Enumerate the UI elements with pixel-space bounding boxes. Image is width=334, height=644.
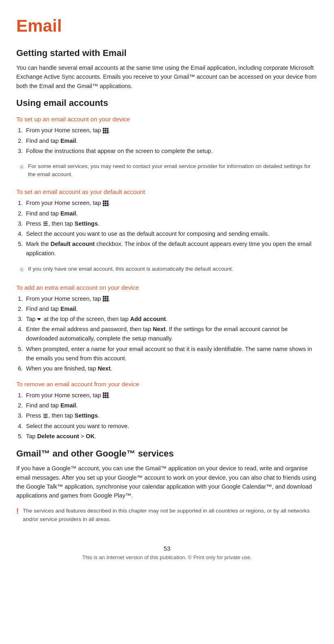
section3-body: If you have a Google™ account, you can u…	[16, 464, 318, 500]
list-item: From your Home screen, tap .	[24, 198, 318, 208]
note-icon: !	[16, 507, 19, 516]
list-item: Select the account you want to remove.	[24, 422, 318, 431]
list-item: Follow the instructions that appear on t…	[24, 146, 318, 156]
list-item: Select the account you want to use as th…	[24, 229, 318, 239]
svg-rect-35	[107, 394, 108, 396]
svg-rect-2	[107, 128, 108, 129]
sub2-steps: From your Home screen, tap . Find and ta…	[24, 198, 318, 258]
sub1-heading: To set up an email account on your devic…	[16, 116, 318, 123]
page-number: 53	[16, 545, 318, 552]
svg-rect-17	[107, 205, 108, 206]
sub4-steps: From your Home screen, tap . Find and ta…	[24, 391, 318, 441]
svg-rect-13	[105, 202, 106, 204]
svg-rect-5	[107, 130, 108, 131]
svg-rect-33	[103, 394, 104, 396]
note-box: ! The services and features described in…	[16, 506, 318, 525]
svg-rect-23	[107, 296, 108, 297]
svg-rect-20	[43, 225, 48, 226]
tip-icon: ✳	[19, 163, 25, 172]
list-item: Press , then tap Settings.	[24, 411, 318, 420]
note-text: The services and features described in t…	[23, 507, 318, 524]
sub3-heading: To add an extra email account on your de…	[16, 284, 318, 291]
svg-rect-4	[105, 130, 106, 131]
page-footer: 53 This is an Internet version of this p…	[16, 545, 318, 560]
list-item: Tap at the top of the screen, then tap A…	[24, 314, 318, 324]
svg-rect-30	[103, 392, 104, 394]
list-item: From your Home screen, tap .	[24, 294, 318, 304]
svg-rect-40	[43, 416, 48, 416]
svg-rect-24	[103, 298, 104, 299]
list-item: Find and tap Email.	[24, 304, 318, 314]
svg-rect-31	[105, 392, 106, 394]
section3-heading: Gmail™ and other Google™ services	[16, 448, 318, 459]
sub3-steps: From your Home screen, tap . Find and ta…	[24, 294, 318, 374]
sub1-steps: From your Home screen, tap . Find and ta…	[24, 126, 318, 156]
list-item: Mark the Default account checkbox. The i…	[24, 239, 318, 258]
svg-rect-38	[107, 396, 108, 398]
list-item: Find and tap Email.	[24, 209, 318, 218]
sub4-heading: To remove an email account from your dev…	[16, 381, 318, 388]
list-item: Enter the email address and password, th…	[24, 325, 318, 343]
svg-rect-19	[43, 223, 48, 224]
svg-rect-7	[105, 132, 106, 134]
dropdown-icon	[37, 318, 41, 321]
list-item: When you are finished, tap Next.	[24, 364, 318, 373]
svg-rect-41	[43, 417, 48, 418]
svg-rect-0	[103, 128, 104, 129]
svg-rect-18	[43, 222, 48, 222]
svg-rect-25	[105, 298, 106, 299]
svg-rect-15	[103, 205, 104, 206]
section2-heading: Using email accounts	[16, 98, 318, 108]
svg-rect-37	[105, 396, 106, 398]
svg-rect-16	[105, 205, 106, 206]
tip1-text: For some email services, you may need to…	[28, 162, 314, 179]
svg-rect-12	[103, 202, 104, 204]
list-item: Find and tap Email.	[24, 136, 318, 146]
svg-rect-34	[105, 394, 106, 396]
page-title: Email	[16, 16, 318, 36]
sub2-heading: To set an email account as your default …	[16, 188, 318, 195]
svg-rect-11	[107, 200, 108, 202]
svg-rect-39	[43, 414, 48, 415]
svg-rect-29	[107, 300, 108, 302]
list-item: From your Home screen, tap .	[24, 391, 318, 400]
tip-icon: ✳	[19, 265, 25, 274]
section1-heading: Getting started with Email	[16, 48, 318, 58]
svg-rect-36	[103, 396, 104, 398]
list-item: Tap Delete account > OK.	[24, 432, 318, 441]
svg-rect-8	[107, 132, 108, 134]
tip1-box: ✳ For some email services, you may need …	[16, 160, 318, 181]
list-item: When prompted, enter a name for your ema…	[24, 345, 318, 363]
svg-rect-14	[107, 202, 108, 204]
svg-rect-27	[103, 300, 104, 302]
svg-rect-32	[107, 392, 108, 394]
list-item: Find and tap Email.	[24, 401, 318, 410]
svg-rect-22	[105, 296, 106, 297]
section1-body: You can handle several email accounts at…	[16, 63, 318, 90]
footer-text: This is an Internet version of this publ…	[16, 554, 318, 560]
list-item: Press , then tap Settings.	[24, 219, 318, 228]
svg-rect-9	[103, 200, 104, 202]
svg-rect-10	[105, 200, 106, 202]
svg-rect-6	[103, 132, 104, 134]
svg-rect-1	[105, 128, 106, 129]
svg-rect-21	[103, 296, 104, 297]
tip2-box: ✳ If you only have one email account, th…	[16, 263, 318, 277]
svg-rect-3	[103, 130, 104, 131]
svg-rect-28	[105, 300, 106, 302]
list-item: From your Home screen, tap .	[24, 126, 318, 135]
tip2-text: If you only have one email account, this…	[28, 265, 233, 273]
svg-rect-26	[107, 298, 108, 299]
